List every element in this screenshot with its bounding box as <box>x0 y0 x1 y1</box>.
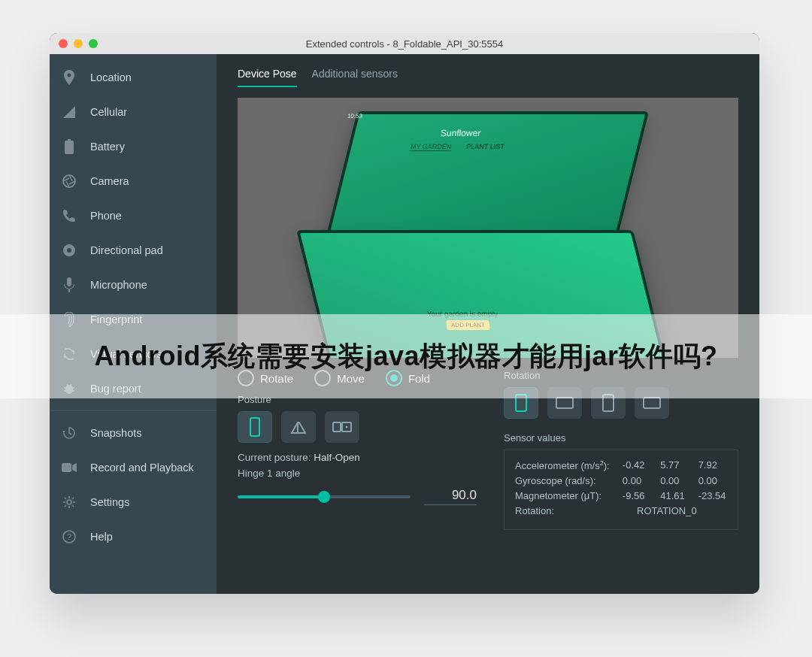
window-title: Extended controls - 8_Foldable_API_30:55… <box>50 38 759 50</box>
tab-device-pose[interactable]: Device Pose <box>238 68 297 87</box>
hinge-label: Hinge 1 angle <box>238 468 477 479</box>
svg-rect-4 <box>62 463 71 472</box>
device-top-half <box>326 111 649 239</box>
svg-rect-8 <box>250 418 259 436</box>
current-posture-label: Current posture: <box>238 452 311 463</box>
mic-icon <box>62 277 77 292</box>
hinge-value-input[interactable]: 90.0 <box>424 488 477 505</box>
preview-status-time: 10:53 <box>347 113 362 120</box>
help-icon: ? <box>62 529 77 544</box>
sidebar-item-microphone[interactable]: Microphone <box>50 268 217 302</box>
minimize-button[interactable] <box>74 39 83 48</box>
titlebar: Extended controls - 8_Foldable_API_30:55… <box>50 33 759 54</box>
hinge-row: 90.0 <box>238 488 477 505</box>
sensor-values-heading: Sensor values <box>504 432 738 444</box>
sensor-row-mag: Magnetometer (μT): -9.56 41.61 -23.54 <box>515 490 727 501</box>
sensor-label-mag: Magnetometer (μT): <box>515 490 614 501</box>
sensor-mag-y: 41.61 <box>660 490 689 501</box>
sidebar-item-phone[interactable]: Phone <box>50 198 217 233</box>
sensor-mag-x: -9.56 <box>623 490 651 501</box>
gear-icon <box>62 495 77 510</box>
sidebar-item-label: Microphone <box>90 279 147 291</box>
svg-rect-15 <box>644 398 660 408</box>
svg-rect-13 <box>556 398 573 408</box>
window: Extended controls - 8_Foldable_API_30:55… <box>50 33 759 594</box>
preview-app-tabs: MY GARDEN PLANT LIST <box>410 143 504 151</box>
location-icon <box>62 70 77 85</box>
sidebar-item-settings[interactable]: Settings <box>50 485 217 519</box>
sidebar-item-label: Help <box>90 531 113 543</box>
svg-point-11 <box>346 426 348 428</box>
overlay-text: Android系统需要安装java模拟器才能用jar软件吗? <box>94 338 717 375</box>
sensor-row-rotation: Rotation: ROTATION_0 <box>515 505 727 516</box>
shutter-icon <box>62 174 77 189</box>
close-button[interactable] <box>59 39 68 48</box>
phone-icon <box>62 208 77 223</box>
posture-chip-half-open[interactable] <box>281 411 316 443</box>
sidebar-item-location[interactable]: Location <box>50 60 217 95</box>
current-posture-value: Half-Open <box>314 452 360 463</box>
sensor-gyro-x: 0.00 <box>623 475 651 486</box>
svg-point-5 <box>67 500 71 504</box>
history-icon <box>62 425 77 441</box>
videocam-icon <box>62 460 77 475</box>
sidebar-item-camera[interactable]: Camera <box>50 164 217 198</box>
preview-tab-my-garden: MY GARDEN <box>410 143 451 151</box>
dpad-icon <box>62 243 77 258</box>
sidebar-item-snapshots[interactable]: Snapshots <box>50 416 217 450</box>
overlay-band: Android系统需要安装java模拟器才能用jar软件吗? <box>0 314 812 398</box>
svg-point-0 <box>63 175 75 187</box>
slider-fill <box>238 495 324 498</box>
preview-app-title: Sunflower <box>440 128 481 138</box>
sensor-gyro-z: 0.00 <box>698 475 727 486</box>
traffic-lights <box>59 39 98 48</box>
sidebar-item-label: Location <box>90 71 132 83</box>
hinge-slider[interactable] <box>238 495 411 498</box>
sensor-accel-x: -0.42 <box>623 459 651 471</box>
posture-chip-flat[interactable] <box>238 411 272 443</box>
sidebar-item-label: Settings <box>90 496 129 508</box>
sidebar-item-label: Snapshots <box>90 427 142 439</box>
sidebar-item-label: Cellular <box>90 106 127 118</box>
sidebar-item-dpad[interactable]: Directional pad <box>50 233 217 268</box>
sensor-label-rotation: Rotation: <box>515 505 628 516</box>
svg-point-2 <box>67 248 71 253</box>
zoom-button[interactable] <box>89 39 98 48</box>
sidebar-item-cellular[interactable]: Cellular <box>50 95 217 129</box>
posture-chip-tabletop[interactable] <box>325 411 359 443</box>
sidebar-item-label: Battery <box>90 141 125 153</box>
sensor-row-gyro: Gyroscope (rad/s): 0.00 0.00 0.00 <box>515 475 727 486</box>
tab-additional-sensors[interactable]: Additional sensors <box>312 68 398 87</box>
preview-tab-plant-list: PLANT LIST <box>466 143 505 151</box>
sensor-values-box: Accelerometer (m/s2): -0.42 5.77 7.92 Gy… <box>504 450 738 530</box>
sidebar-item-label: Camera <box>90 175 129 187</box>
tab-bar: Device Pose Additional sensors <box>238 68 738 87</box>
sensor-label-accel: Accelerometer (m/s2): <box>515 459 614 471</box>
sidebar-item-battery[interactable]: Battery <box>50 129 217 164</box>
sensor-gyro-y: 0.00 <box>660 475 689 486</box>
sensor-mag-z: -23.54 <box>698 490 727 501</box>
sidebar-item-help[interactable]: ? Help <box>50 519 217 554</box>
sidebar-item-record[interactable]: Record and Playback <box>50 450 217 485</box>
signal-icon <box>62 104 77 120</box>
sensor-row-accel: Accelerometer (m/s2): -0.42 5.77 7.92 <box>515 459 727 471</box>
sidebar-item-label: Directional pad <box>90 244 163 256</box>
sidebar-item-label: Phone <box>90 210 122 222</box>
sensor-rotation-value: ROTATION_0 <box>637 505 697 516</box>
svg-rect-9 <box>333 422 341 431</box>
battery-icon <box>62 139 77 154</box>
posture-chip-row <box>238 411 477 443</box>
svg-text:?: ? <box>67 532 71 541</box>
current-posture-line: Current posture: Half-Open <box>238 452 477 463</box>
sensor-label-accel-post: ): <box>604 460 610 471</box>
slider-thumb[interactable] <box>318 491 330 503</box>
sensor-accel-y: 5.77 <box>660 459 689 471</box>
sidebar-divider <box>50 410 217 411</box>
sidebar-item-label: Record and Playback <box>90 462 194 474</box>
sensor-label-gyro: Gyroscope (rad/s): <box>515 475 614 486</box>
sensor-accel-z: 7.92 <box>698 459 727 471</box>
sensor-label-accel-pre: Accelerometer (m/s <box>515 460 600 471</box>
